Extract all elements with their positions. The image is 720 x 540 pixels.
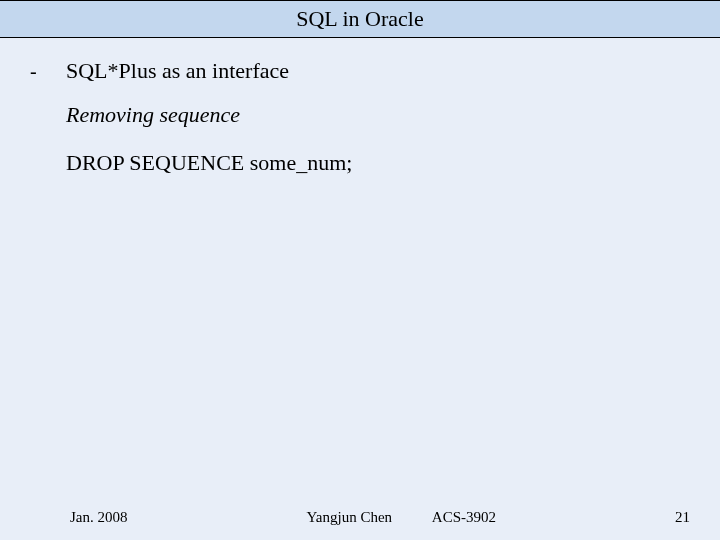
footer-page-number: 21	[675, 509, 690, 526]
footer-center: Yangjun Chen ACS-3902	[128, 509, 676, 526]
subheading: Removing sequence	[66, 102, 690, 128]
bullet-text: SQL*Plus as an interface	[66, 58, 289, 84]
footer-author: Yangjun Chen	[306, 509, 392, 525]
footer-date: Jan. 2008	[70, 509, 128, 526]
slide-title: SQL in Oracle	[296, 6, 423, 32]
slide-content: - SQL*Plus as an interface Removing sequ…	[0, 38, 720, 176]
footer-course: ACS-3902	[432, 509, 496, 525]
indent-block: Removing sequence DROP SEQUENCE some_num…	[66, 102, 690, 176]
slide-footer: Jan. 2008 Yangjun Chen ACS-3902 21	[0, 509, 720, 526]
code-line: DROP SEQUENCE some_num;	[66, 150, 690, 176]
bullet-marker: -	[30, 58, 44, 84]
bullet-row: - SQL*Plus as an interface	[30, 58, 690, 84]
slide-title-bar: SQL in Oracle	[0, 0, 720, 38]
